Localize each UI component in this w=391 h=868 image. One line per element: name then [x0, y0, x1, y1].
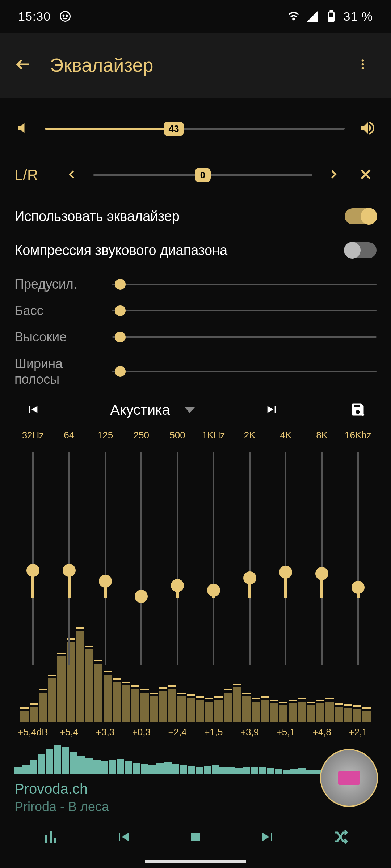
gain-label: +2,1 [342, 727, 374, 738]
gain-label: +5,4 [53, 727, 85, 738]
stop-button[interactable] [187, 828, 204, 847]
use-eq-label: Использовать эквалайзер [14, 209, 180, 224]
svg-point-8 [362, 63, 364, 66]
compression-label: Компрессия звукового диапазона [14, 243, 227, 258]
gain-label: +3,9 [234, 727, 266, 738]
battery-icon [325, 10, 338, 23]
balance-left-button[interactable] [62, 165, 82, 186]
volume-low-icon [14, 120, 30, 137]
freq-label: 2K [234, 430, 266, 441]
balance-value: 0 [200, 170, 205, 181]
svg-rect-10 [45, 835, 47, 843]
eq-band-knob[interactable] [171, 579, 184, 592]
eq-band-knob[interactable] [99, 575, 112, 588]
gain-label: +5,1 [269, 727, 302, 738]
preset-save-button[interactable] [350, 401, 366, 419]
player-controls [0, 817, 391, 861]
eq-band-knob[interactable] [63, 564, 76, 577]
app-bar: Эквалайзер [0, 33, 391, 98]
freq-label: 32Hz [17, 430, 49, 441]
eq-band-knob[interactable] [315, 567, 328, 580]
balance-right-button[interactable] [324, 165, 343, 186]
balance-slider[interactable]: 0 [93, 174, 312, 176]
balance-row: L/R 0 [14, 163, 377, 187]
shuffle-button[interactable] [332, 828, 349, 847]
gain-label: +0,3 [125, 727, 157, 738]
use-eq-switch[interactable] [345, 208, 377, 224]
svg-point-9 [362, 67, 364, 69]
volume-high-icon [359, 119, 377, 138]
eq-band-knob[interactable] [26, 564, 39, 577]
treble-slider[interactable] [112, 336, 377, 338]
freq-labels: 32Hz641252505001KHz2K4K8K16Khz [14, 430, 377, 441]
eq-band-knob[interactable] [352, 581, 365, 594]
balance-reset-button[interactable] [355, 163, 377, 187]
wifi-icon [287, 10, 300, 23]
status-time: 15:30 [18, 9, 51, 24]
prev-track-button[interactable] [114, 828, 132, 847]
svg-rect-5 [330, 11, 332, 12]
use-eq-row: Использовать эквалайзер [14, 208, 377, 224]
svg-point-7 [362, 59, 364, 62]
svg-rect-13 [191, 833, 200, 841]
album-art[interactable] [320, 749, 378, 807]
preset-dropdown[interactable]: Акустика [110, 402, 194, 418]
bandwidth-slider[interactable] [112, 371, 377, 372]
preamp-slider[interactable] [112, 284, 377, 285]
compression-row: Компрессия звукового диапазона [14, 242, 377, 258]
bass-slider[interactable] [112, 310, 377, 311]
next-track-button[interactable] [259, 828, 277, 847]
equalizer-button[interactable] [42, 828, 59, 847]
freq-label: 250 [125, 430, 157, 441]
preset-prev-button[interactable] [25, 402, 40, 418]
page-title: Эквалайзер [50, 54, 331, 76]
svg-point-3 [293, 18, 294, 20]
balance-label: L/R [14, 166, 51, 184]
freq-label: 16Khz [342, 430, 374, 441]
gain-label: +2,4 [161, 727, 194, 738]
gain-label: +1,5 [197, 727, 230, 738]
preset-name: Акустика [110, 402, 170, 418]
eq-band-knob[interactable] [243, 571, 256, 584]
gain-label: +5,4dB [17, 727, 49, 738]
eq-bands[interactable] [17, 444, 374, 723]
preset-next-button[interactable] [265, 402, 279, 418]
freq-label: 500 [161, 430, 194, 441]
gain-label: +4,8 [306, 727, 338, 738]
spectrum-visualizer [17, 613, 374, 722]
treble-label: Высокие [14, 329, 98, 345]
status-battery: 31 % [344, 9, 373, 24]
signal-icon [306, 10, 319, 23]
gain-labels: +5,4dB+5,4+3,3+0,3+2,4+1,5+3,9+5,1+4,8+2… [14, 727, 377, 738]
now-playing-subtitle: Priroda - В леса [14, 799, 377, 814]
freq-label: 125 [89, 430, 122, 441]
bandwidth-label: Ширина полосы [14, 356, 98, 387]
treble-row: Высокие [14, 329, 377, 345]
freq-label: 64 [53, 430, 85, 441]
home-indicator[interactable] [145, 860, 246, 863]
gain-label: +3,3 [89, 727, 122, 738]
app-notif-icon [59, 10, 72, 23]
freq-label: 4K [269, 430, 302, 441]
svg-point-1 [63, 15, 64, 16]
volume-value: 43 [169, 123, 179, 135]
now-playing[interactable]: Provoda.ch Priroda - В леса [0, 774, 391, 817]
back-button[interactable] [14, 56, 32, 75]
eq-band-knob[interactable] [135, 590, 148, 603]
svg-rect-12 [54, 838, 56, 843]
bandwidth-row: Ширина полосы [14, 356, 377, 387]
chevron-down-icon [185, 407, 195, 413]
bass-row: Басс [14, 303, 377, 318]
status-bar: 15:30 31 % [0, 0, 391, 33]
svg-rect-6 [329, 18, 333, 21]
eq-band-knob[interactable] [207, 584, 220, 597]
compression-switch[interactable] [345, 242, 377, 258]
volume-slider[interactable]: 43 [45, 128, 345, 130]
preamp-row: Предусил. [14, 276, 377, 292]
freq-label: 8K [306, 430, 338, 441]
eq-band-knob[interactable] [279, 566, 292, 579]
freq-label: 1KHz [197, 430, 230, 441]
overflow-menu-button[interactable] [349, 51, 377, 80]
svg-point-2 [66, 15, 67, 16]
svg-point-0 [60, 12, 70, 21]
